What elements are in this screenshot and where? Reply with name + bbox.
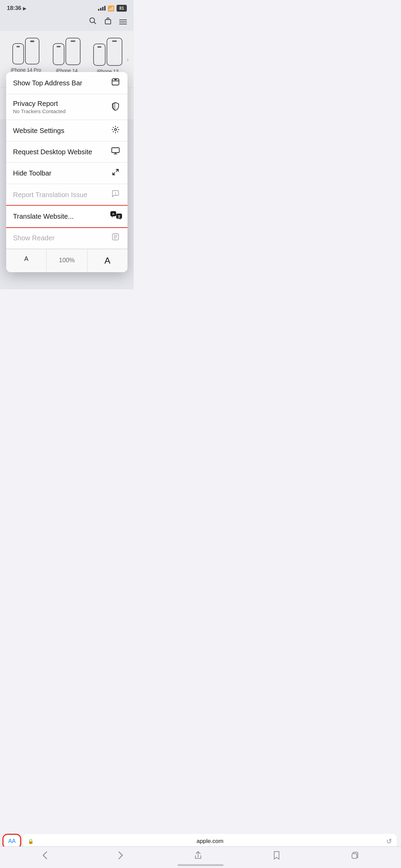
context-menu: Show Top Address Bar Privacy Report No T… <box>6 72 127 272</box>
menu-item-translate-website[interactable]: Translate Website... A 文 <box>6 206 127 227</box>
shield-icon <box>110 102 121 112</box>
show-top-address-bar-label: Show Top Address Bar <box>13 79 82 87</box>
privacy-report-sublabel: No Trackers Contacted <box>13 108 65 114</box>
hide-toolbar-label: Hide Toolbar <box>13 169 51 177</box>
menu-item-request-desktop[interactable]: Request Desktop Website <box>6 142 127 162</box>
font-percent-display: 100% <box>47 249 87 272</box>
decrease-font-button[interactable]: A <box>6 249 47 272</box>
increase-font-button[interactable]: A <box>87 249 127 272</box>
show-reader-label: Show Reader <box>13 234 54 242</box>
menu-item-website-settings[interactable]: Website Settings <box>6 120 127 142</box>
menu-item-show-reader[interactable]: Show Reader <box>6 227 127 249</box>
svg-point-11 <box>114 129 117 131</box>
menu-item-privacy-report[interactable]: Privacy Report No Trackers Contacted <box>6 94 127 120</box>
request-desktop-label: Request Desktop Website <box>13 148 92 156</box>
menu-item-hide-toolbar[interactable]: Hide Toolbar <box>6 162 127 184</box>
translate-website-label: Translate Website... <box>13 213 74 220</box>
menu-item-report-translation[interactable]: Report Translation Issue <box>6 184 127 206</box>
arrows-icon <box>110 168 121 178</box>
svg-text:A: A <box>112 212 114 216</box>
website-settings-label: Website Settings <box>13 127 64 135</box>
menu-item-show-top-address-bar[interactable]: Show Top Address Bar <box>6 72 127 94</box>
gear-icon <box>110 125 121 136</box>
translate-icon: A 文 <box>110 211 121 221</box>
reader-icon <box>110 233 121 243</box>
monitor-icon <box>110 147 121 157</box>
address-bar-icon <box>110 77 121 88</box>
font-size-row: A 100% A <box>6 249 127 272</box>
report-translation-label: Report Translation Issue <box>13 191 87 199</box>
svg-text:文: 文 <box>118 215 121 218</box>
svg-rect-12 <box>112 148 119 153</box>
chat-warning-icon <box>110 190 121 200</box>
privacy-report-label: Privacy Report <box>13 100 65 108</box>
svg-point-18 <box>116 195 116 195</box>
